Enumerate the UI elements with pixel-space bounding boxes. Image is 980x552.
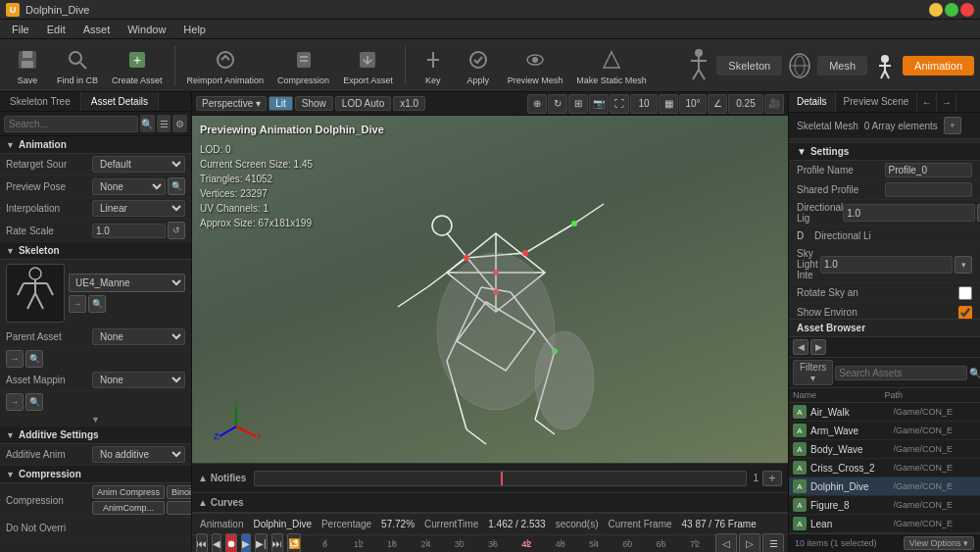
shared-profile-input[interactable] [885, 182, 973, 197]
apply-button[interactable]: Apply [457, 43, 500, 88]
fullscreen-icon[interactable]: ⛶ [610, 94, 629, 114]
options-button[interactable]: ☰ [762, 533, 784, 553]
tab-skeleton-tree[interactable]: Skeleton Tree [0, 92, 81, 111]
skip-start-button[interactable]: ⏮ [196, 533, 208, 553]
preview-pose-select[interactable]: None [92, 178, 166, 195]
show-button[interactable]: Show [295, 96, 333, 111]
perspective-dropdown[interactable]: Perspective ▾ [196, 96, 267, 111]
retarget-source-select[interactable]: Default [92, 156, 185, 173]
find-in-cb-button[interactable]: Find in CB [51, 43, 104, 88]
asset-mapping-arrow-button[interactable]: → [6, 393, 24, 411]
right-tab-forward-icon[interactable]: → [937, 92, 956, 112]
animation-mode-button[interactable]: Animation [903, 56, 974, 75]
left-search-input[interactable] [4, 116, 138, 132]
asset-search-input[interactable] [835, 366, 967, 380]
menu-edit[interactable]: Edit [39, 22, 74, 37]
settings-icon-button[interactable]: ⚙ [172, 115, 187, 132]
camera2-icon[interactable]: 🎥 [764, 94, 784, 114]
translate-icon[interactable]: ⊕ [527, 94, 547, 114]
interpolation-select[interactable]: Linear [92, 200, 185, 217]
view-options-button[interactable]: View Options ▾ [904, 536, 974, 550]
slow-button[interactable]: ◁ [715, 533, 737, 553]
additive-settings-header[interactable]: ▼ Additive Settings [0, 427, 191, 444]
save-button[interactable]: Save [6, 43, 49, 88]
skeleton-section-header[interactable]: ▼ Skeleton [0, 242, 191, 260]
timeline-add-button[interactable]: + [762, 471, 782, 486]
mesh-mode-button[interactable]: Mesh [817, 56, 867, 75]
filter-icon-button[interactable]: ☰ [157, 115, 172, 132]
asset-item-body-wave[interactable]: A Body_Wave /Game/CON_E [789, 440, 980, 459]
skeleton-mode-button[interactable]: Skeleton [716, 56, 782, 75]
reimport-animation-button[interactable]: Reimport Animation [181, 43, 270, 88]
search-icon-button[interactable]: 🔍 [140, 115, 155, 132]
ab-nav-forward-button[interactable]: ▶ [810, 339, 826, 355]
anim-compress-button[interactable]: Anim Compress [92, 485, 165, 499]
profile-name-input[interactable] [885, 163, 973, 177]
binoise-button[interactable]: Binoise Compress [167, 485, 191, 499]
preview-pose-edit-button[interactable]: 🔍 [168, 177, 185, 195]
menu-help[interactable]: Help [175, 22, 214, 37]
asset-item-criss-cross[interactable]: A Criss_Cross_2 /Game/CON_E [789, 459, 980, 477]
additive-anim-select[interactable]: No additive [92, 446, 185, 463]
fast-button[interactable]: ▷ [739, 533, 760, 553]
preview-mesh-button[interactable]: Preview Mesh [502, 43, 569, 88]
scale-button[interactable]: x1.0 [393, 96, 425, 111]
anim-comp-button[interactable]: AnimComp... [92, 501, 165, 515]
create-asset-button[interactable]: + Create Asset [106, 43, 169, 88]
minimize-button[interactable] [929, 3, 943, 17]
sky-light-input[interactable] [820, 256, 953, 274]
grid-value-input[interactable] [630, 94, 658, 114]
asset-item-air-walk[interactable]: A Air_Walk /Game/CON_E [789, 403, 980, 422]
rotate-icon[interactable]: ↻ [548, 94, 567, 114]
ab-nav-back-button[interactable]: ◀ [793, 339, 808, 355]
tab-asset-details[interactable]: Asset Details [81, 92, 159, 111]
close-button[interactable] [960, 3, 974, 17]
tab-details[interactable]: Details [789, 92, 836, 112]
filters-button[interactable]: Filters ▾ [793, 360, 833, 385]
tab-preview-scene[interactable]: Preview Scene [836, 92, 918, 112]
show-environ-checkbox[interactable] [958, 306, 972, 320]
asset-item-dolphin-dive[interactable]: A Dolphin_Dive /Game/CON_E [789, 477, 980, 496]
compression-section-header[interactable]: ▼ Compression [0, 466, 191, 483]
sky-light-btn[interactable]: ▾ [955, 256, 972, 274]
skeleton-search-button[interactable]: 🔍 [88, 295, 106, 313]
skeleton-select[interactable]: UE4_Manne [69, 274, 185, 292]
asset-item-arm-wave[interactable]: A Arm_Wave /Game/CON_E [789, 422, 980, 440]
angle-value-input[interactable] [679, 94, 707, 114]
scale-icon[interactable]: ⊞ [568, 94, 588, 114]
compression-button[interactable]: Compression [271, 43, 335, 88]
lod-button[interactable]: LOD Auto [335, 96, 391, 111]
skeleton-arrow-button[interactable]: → [69, 295, 86, 313]
maximize-button[interactable] [945, 3, 958, 17]
play-button[interactable]: ▶ [241, 533, 251, 553]
make-static-mesh-button[interactable]: Make Static Mesh [570, 43, 653, 88]
record-button[interactable]: ⏺ [225, 533, 237, 553]
notifies-timeline[interactable] [254, 471, 747, 486]
settings-section-title[interactable]: ▼ Settings [789, 142, 980, 161]
angle-icon[interactable]: ∠ [708, 94, 727, 114]
right-tab-navigate-icon[interactable]: ← [917, 92, 937, 112]
next-frame-button[interactable]: ▶| [255, 533, 268, 553]
asset-item-lean[interactable]: A Lean /Game/CON_E [789, 515, 980, 533]
rate-scale-input[interactable] [92, 224, 166, 238]
menu-file[interactable]: File [4, 22, 37, 37]
expand-button[interactable]: ▼ [0, 413, 191, 427]
asset-item-figure8[interactable]: A Figure_8 /Game/CON_E [789, 496, 980, 515]
camera-icon[interactable]: 📷 [589, 94, 609, 114]
parent-asset-arrow-button[interactable]: → [6, 350, 24, 368]
rotate-sky-checkbox[interactable] [958, 286, 972, 300]
add-skeletal-mesh-button[interactable]: + [944, 117, 961, 134]
asset-mapping-search-button[interactable]: 🔍 [25, 393, 43, 411]
menu-window[interactable]: Window [120, 22, 173, 37]
time-input[interactable] [728, 94, 763, 114]
export-asset-button[interactable]: Export Asset [337, 43, 399, 88]
prev-frame-button[interactable]: ◀ [212, 533, 221, 553]
animation-section-header[interactable]: ▼ Animation [0, 136, 191, 154]
directional-light-input[interactable] [843, 204, 975, 222]
lit-button[interactable]: Lit [269, 96, 293, 111]
asset-mapping-select[interactable]: None [92, 372, 185, 388]
parent-asset-select[interactable]: None [92, 328, 185, 345]
gzip-button[interactable]: Gzip [167, 501, 191, 515]
rate-scale-reset-button[interactable]: ↺ [168, 222, 185, 239]
grid-icon[interactable]: ▦ [659, 94, 678, 114]
